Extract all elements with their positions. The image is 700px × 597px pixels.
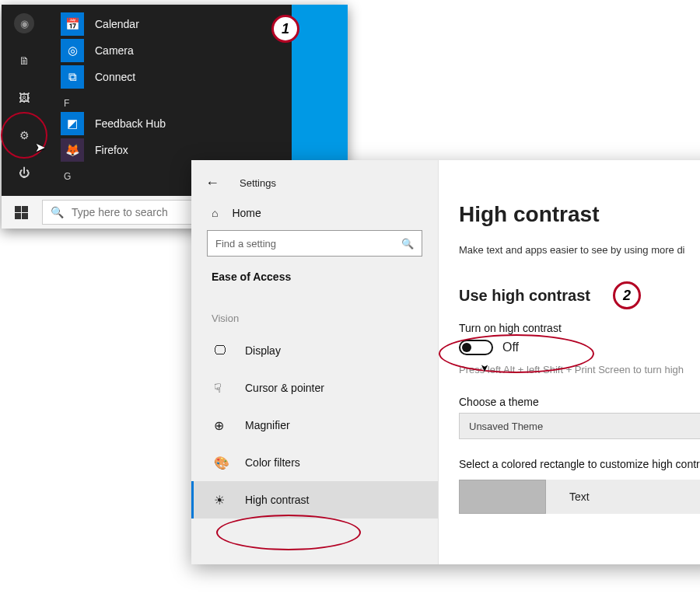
app-firefox[interactable]: 🦊 Firefox <box>61 137 278 163</box>
nav-color-filters[interactable]: 🎨 Color filters <box>191 444 438 481</box>
app-label: Connect <box>95 71 135 83</box>
high-contrast-toggle[interactable] <box>459 340 493 355</box>
start-app-list: 📅 Calendar ◎ Camera ⧉ Connect F ◩ Feedba… <box>61 11 278 183</box>
alpha-header-f[interactable]: F <box>61 90 278 110</box>
app-label: Camera <box>95 44 134 57</box>
pictures-icon[interactable]: 🖼 <box>2 79 47 117</box>
app-feedback-hub[interactable]: ◩ Feedback Hub <box>61 110 278 137</box>
swatch-text-label: Text <box>569 491 590 503</box>
app-connect[interactable]: ⧉ Connect <box>61 64 278 90</box>
nav-high-contrast[interactable]: ☀ High contrast <box>191 481 438 518</box>
search-icon: 🔍 <box>401 238 414 250</box>
app-label: Firefox <box>95 144 128 156</box>
customize-label: Select a colored rectangle to customize … <box>459 458 700 470</box>
connect-icon: ⧉ <box>61 65 84 89</box>
app-label: Calendar <box>95 18 139 30</box>
power-icon[interactable]: ⏻ <box>2 154 47 191</box>
page-heading: High contrast <box>459 202 700 227</box>
annotation-step-2: 2 <box>613 281 641 309</box>
nav-magnifier[interactable]: ⊕ Magnifier <box>191 407 438 444</box>
nav-label: Magnifier <box>245 419 290 431</box>
settings-window: ← Settings ⌂ Home Find a setting 🔍 Ease … <box>191 160 700 564</box>
color-filters-icon: 🎨 <box>214 456 234 470</box>
home-icon: ⌂ <box>212 207 218 219</box>
app-label: Feedback Hub <box>95 117 166 130</box>
nav-label: High contrast <box>245 494 309 506</box>
annotation-step-1: 1 <box>271 15 299 43</box>
back-button[interactable]: ← <box>205 175 219 191</box>
toggle-label: Turn on high contrast <box>459 322 700 334</box>
display-icon: 🖵 <box>214 344 234 358</box>
camera-icon: ◎ <box>61 39 84 62</box>
choose-theme-label: Choose a theme <box>459 396 700 408</box>
nav-display[interactable]: 🖵 Display <box>191 332 438 369</box>
app-calendar[interactable]: 📅 Calendar <box>61 11 278 37</box>
start-button[interactable] <box>2 196 40 229</box>
nav-home[interactable]: ⌂ Home <box>191 196 438 227</box>
nav-label: Cursor & pointer <box>245 382 324 394</box>
toggle-state: Off <box>502 340 519 354</box>
documents-icon[interactable]: 🗎 <box>2 42 47 79</box>
app-camera[interactable]: ◎ Camera <box>61 37 278 64</box>
settings-title: Settings <box>240 177 276 189</box>
calendar-icon: 📅 <box>61 12 84 36</box>
swatch-row: Text <box>459 480 700 514</box>
high-contrast-toggle-row: Off <box>459 339 700 356</box>
page-subtext: Make text and apps easier to see by usin… <box>459 244 700 256</box>
windows-logo-icon <box>15 206 28 219</box>
nav-label: Display <box>245 344 281 357</box>
settings-header: ← Settings <box>191 169 438 196</box>
settings-sidebar: ← Settings ⌂ Home Find a setting 🔍 Ease … <box>191 160 439 564</box>
group-vision: Vision <box>191 297 438 332</box>
cursor-pointer-icon: ☟ <box>214 381 234 396</box>
section-use-high-contrast: Use high contrast <box>459 287 700 305</box>
search-icon: 🔍 <box>51 206 64 218</box>
settings-category: Ease of Access <box>191 267 438 297</box>
settings-icon[interactable]: ⚙ <box>2 117 47 154</box>
nav-label: Color filters <box>245 456 300 469</box>
text-color-swatch[interactable] <box>459 480 546 514</box>
high-contrast-icon: ☀ <box>214 493 234 508</box>
toggle-hint: Press left Alt + left Shift + Print Scre… <box>459 364 700 375</box>
user-avatar[interactable]: ◉ <box>2 5 47 42</box>
theme-value: Unsaved Theme <box>469 421 543 432</box>
settings-search[interactable]: Find a setting 🔍 <box>207 230 422 257</box>
settings-content: High contrast Make text and apps easier … <box>439 160 700 564</box>
magnifier-icon: ⊕ <box>214 418 234 433</box>
firefox-icon: 🦊 <box>61 138 84 162</box>
feedback-icon: ◩ <box>61 112 84 135</box>
home-label: Home <box>232 207 261 219</box>
settings-search-placeholder: Find a setting <box>215 238 276 250</box>
nav-cursor-pointer[interactable]: ☟ Cursor & pointer <box>191 369 438 407</box>
theme-selector[interactable]: Unsaved Theme <box>459 413 700 439</box>
start-rail: ◉ 🗎 🖼 ⚙ ⏻ <box>2 5 47 195</box>
